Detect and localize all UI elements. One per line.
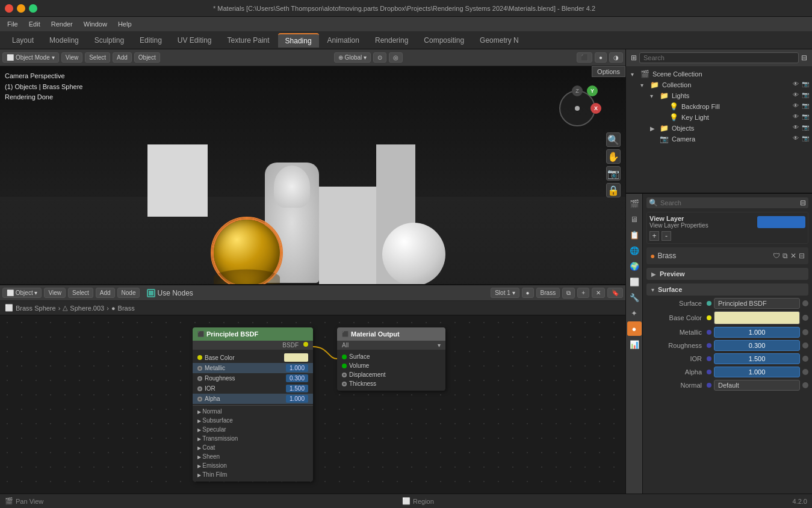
base-color-field[interactable]	[714, 311, 800, 324]
collection-visibility[interactable]: 👁	[792, 81, 800, 89]
node-add-menu[interactable]: Add	[96, 288, 115, 298]
objects-render[interactable]: 📷	[801, 124, 810, 132]
lights-visibility[interactable]: 👁	[792, 91, 800, 100]
tab-compositing[interactable]: Compositing	[417, 34, 471, 47]
camera-render[interactable]: 📷	[801, 135, 810, 143]
base-color-dot-right[interactable]	[802, 315, 808, 321]
tab-editing[interactable]: Editing	[132, 34, 169, 47]
tab-uv-editing[interactable]: UV Editing	[170, 34, 219, 47]
normal-section[interactable]: Normal	[193, 407, 313, 416]
surface-value[interactable]: Principled BSDF	[714, 298, 800, 309]
material-copy-btn[interactable]: ⧉	[783, 252, 788, 260]
principled-bsdf-node[interactable]: ⬛ Principled BSDF BSDF Base Color	[193, 327, 313, 482]
menu-edit[interactable]: Edit	[24, 19, 45, 29]
metallic-field[interactable]: 1.000	[714, 327, 800, 338]
metallic-dot-right[interactable]	[802, 329, 808, 335]
collection-render[interactable]: 📷	[801, 81, 810, 89]
props-tab-output[interactable]: 🖥	[627, 212, 642, 226]
camera-item[interactable]: 📷 Camera 👁 📷	[626, 134, 812, 144]
view-layer-add[interactable]: +	[649, 231, 659, 241]
scene-collection-item[interactable]: ▾ 🎬 Scene Collection	[626, 69, 812, 79]
sheen-section[interactable]: Sheen	[193, 452, 313, 461]
gizmo-z-dot[interactable]: Z	[572, 85, 583, 96]
lock-camera[interactable]: 🔒	[606, 183, 621, 197]
lights-item[interactable]: ▾ 📁 Lights 👁 📷	[626, 90, 812, 101]
key-light-render[interactable]: 📷	[801, 113, 810, 122]
preview-header[interactable]: ▶ Preview	[646, 268, 808, 280]
breadcrumb-material[interactable]: Brass	[118, 305, 135, 312]
tab-geometry-nodes[interactable]: Geometry N	[473, 34, 526, 47]
normal-field[interactable]: Default	[714, 380, 800, 391]
material-name[interactable]: Brass	[536, 288, 560, 298]
gizmo-y-dot[interactable]: Y	[587, 85, 598, 96]
emission-section[interactable]: Emission	[193, 461, 313, 470]
render-mode[interactable]: ◑	[609, 52, 623, 63]
alpha-field[interactable]: 1.000	[714, 367, 800, 377]
surface-header[interactable]: ▾ Surface	[646, 283, 808, 296]
lights-render[interactable]: 📷	[801, 91, 810, 100]
pan-tool[interactable]: ✋	[606, 149, 621, 164]
roughness-dot-right[interactable]	[802, 342, 808, 348]
proportional-edit[interactable]: ◎	[389, 52, 403, 63]
material-shield-btn[interactable]: 🛡	[773, 252, 780, 260]
props-tab-scene[interactable]: 🌐	[627, 243, 642, 258]
props-tab-data[interactable]: 📊	[627, 337, 642, 352]
minimize-button[interactable]	[17, 4, 25, 13]
zoom-to-selected[interactable]: 🔍	[606, 132, 621, 147]
props-tab-render[interactable]: 🎬	[627, 196, 642, 211]
tab-rendering[interactable]: Rendering	[368, 34, 415, 47]
menu-render[interactable]: Render	[46, 19, 78, 29]
overlay-dropdown[interactable]: ⬛	[577, 52, 592, 63]
options-button[interactable]: Options	[592, 66, 625, 77]
ior-field[interactable]: 1.500	[714, 353, 800, 364]
tab-modeling[interactable]: Modeling	[42, 34, 86, 47]
node-node-menu[interactable]: Node	[117, 288, 140, 298]
material-filter-btn[interactable]: ⊟	[799, 252, 805, 260]
backdrop-render[interactable]: 📷	[801, 102, 810, 111]
object-menu[interactable]: Object	[134, 52, 160, 63]
copy-material[interactable]: ⧉	[562, 288, 575, 299]
collection-item[interactable]: ▾ 📁 Collection 👁 📷	[626, 79, 812, 90]
close-button[interactable]	[5, 4, 13, 13]
view-menu[interactable]: View	[61, 52, 83, 63]
outliner-search-input[interactable]	[639, 52, 799, 63]
ior-dot-right[interactable]	[802, 356, 808, 362]
specular-section[interactable]: Specular	[193, 425, 313, 434]
transform-dropdown[interactable]: ⊕ Global ▾	[334, 52, 371, 63]
breadcrumb-object[interactable]: Brass Sphere	[16, 305, 56, 312]
node-mode-dropdown[interactable]: ⬜ Object ▾	[2, 288, 42, 298]
roughness-field[interactable]: 0.300	[714, 340, 800, 351]
tab-layout[interactable]: Layout	[5, 34, 41, 47]
filter-icon[interactable]: ⊟	[801, 54, 807, 62]
shading-dropdown[interactable]: ●	[595, 52, 607, 63]
node-view-menu[interactable]: View	[44, 288, 66, 298]
unlink-material[interactable]: ✕	[592, 288, 605, 298]
material-unlink-btn[interactable]: ✕	[790, 252, 796, 260]
thin-film-section[interactable]: Thin Film	[193, 470, 313, 479]
menu-help[interactable]: Help	[113, 19, 137, 29]
props-tab-view-layer[interactable]: 📋	[627, 228, 642, 242]
props-filter-icon[interactable]: ⊟	[800, 199, 806, 207]
base-color-swatch[interactable]	[284, 353, 308, 362]
subsurface-section[interactable]: Subsurface	[193, 416, 313, 425]
use-nodes-checkbox[interactable]	[147, 289, 155, 297]
camera-visibility[interactable]: 👁	[792, 135, 800, 143]
view-layer-color-button[interactable]	[757, 216, 805, 228]
props-tab-world[interactable]: 🌍	[627, 259, 642, 273]
fake-user[interactable]: 🔖	[607, 288, 623, 298]
snap-toggle[interactable]: ⊙	[373, 52, 386, 63]
tab-sculpting[interactable]: Sculpting	[87, 34, 131, 47]
alpha-dot-right[interactable]	[802, 369, 808, 375]
add-menu[interactable]: Add	[113, 52, 132, 63]
props-search-input[interactable]	[660, 199, 798, 206]
menu-file[interactable]: File	[2, 19, 23, 29]
node-select-menu[interactable]: Select	[68, 288, 93, 298]
tab-texture-paint[interactable]: Texture Paint	[220, 34, 277, 47]
view-layer-remove[interactable]: -	[662, 231, 671, 241]
objects-visibility[interactable]: 👁	[792, 124, 800, 132]
select-menu[interactable]: Select	[85, 52, 110, 63]
props-tab-modifier[interactable]: 🔧	[627, 290, 642, 305]
maximize-button[interactable]	[29, 4, 37, 13]
viewport-canvas[interactable]: Z X Y Camera Perspective (1) Objects | B…	[0, 66, 625, 284]
objects-item[interactable]: ▶ 📁 Objects 👁 📷	[626, 123, 812, 134]
